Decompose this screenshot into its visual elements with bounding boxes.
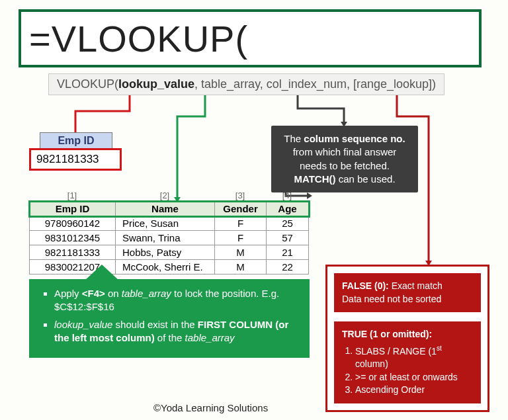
copyright: ©Yoda Learning Solutions [153,402,268,413]
syntax-arg-col-index: col_index_num [267,77,347,91]
range-lookup-false: FALSE (0): Exact match Data need not be … [334,273,481,312]
table-row: 9821181333 Hobbs, Patsy M 21 [30,245,309,260]
table-row: 9831012345 Swann, Trina F 57 [30,231,309,245]
green-callout-pointer [85,265,119,280]
col-index-tip: The column sequence no. from which final… [271,126,418,192]
table-array-tip: Apply <F4> on table_array to lock the po… [29,279,310,358]
column-index-labels: [1] [2] [3] [4] [29,190,308,200]
range-lookup-tip: FALSE (0): Exact match Data need not be … [325,265,489,412]
tip-lock-position: Apply <F4> on table_array to lock the po… [54,287,299,314]
th-gender: Gender [215,202,267,216]
col-index-1: [1] [29,190,115,200]
syntax-tooltip: VLOOKUP(lookup_value, table_array, col_i… [48,73,444,95]
th-emp: Emp ID [30,202,116,216]
formula-cell[interactable]: =VLOOKUP( [19,9,482,67]
table-row: 9830021207 McCook, Sherri E. M 22 [30,260,309,274]
col-index-2: [2] [115,190,214,200]
table-row: 9780960142 Price, Susan F 25 [30,216,309,231]
lookup-label: Emp ID [40,132,112,149]
col-index-3: [3] [214,190,266,200]
th-age: Age [267,202,309,216]
lookup-value-cell[interactable]: 9821181333 [29,148,122,171]
syntax-fn: VLOOKUP( [57,77,118,91]
syntax-arg-table-array: table_array [201,77,260,91]
range-lookup-true: TRUE (1 or omitted): SLABS / RANGE (1st … [334,321,481,403]
formula-text: =VLOOKUP( [29,17,248,60]
data-table: Emp ID Name Gender Age 9780960142 Price,… [29,201,309,274]
tip-first-column: lookup_value should exist in the FIRST C… [54,318,299,345]
syntax-arg-lookup-value: lookup_value [118,77,194,91]
table-header-row: Emp ID Name Gender Age [30,202,309,216]
th-name: Name [116,202,215,216]
syntax-arg-range-lookup: [range_lookup] [353,77,432,91]
